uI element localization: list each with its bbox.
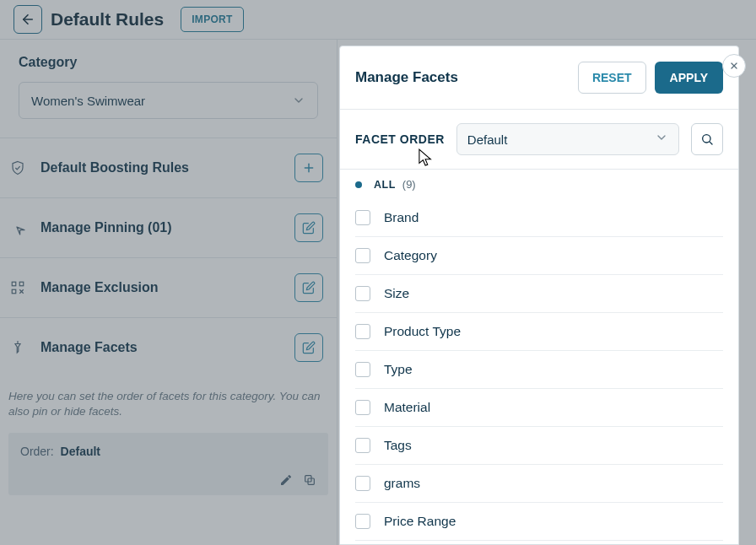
facet-order-row: FACET ORDER Default <box>340 110 738 170</box>
facet-name: Tags <box>384 438 412 453</box>
facet-checkbox[interactable] <box>355 362 370 377</box>
facet-name: Price Range <box>384 514 456 529</box>
close-icon <box>729 61 739 71</box>
facet-item[interactable]: Size <box>355 275 723 313</box>
facet-name: Product Type <box>384 324 461 339</box>
facet-name: Type <box>384 362 413 377</box>
facet-item[interactable]: Tags <box>355 427 723 465</box>
all-label: ALL <box>374 179 396 191</box>
facet-order-value: Default <box>467 132 508 147</box>
facet-name: Material <box>384 400 430 415</box>
facet-checkbox[interactable] <box>355 210 370 225</box>
facet-item[interactable]: Price Range <box>355 503 723 541</box>
apply-button[interactable]: APPLY <box>655 62 723 94</box>
all-row[interactable]: ALL (9) <box>340 170 738 199</box>
panel-title: Manage Facets <box>355 69 458 86</box>
panel-header: Manage Facets RESET APPLY <box>340 46 738 110</box>
search-button[interactable] <box>691 123 723 155</box>
facet-checkbox[interactable] <box>355 476 370 491</box>
facet-item[interactable]: grams <box>355 465 723 503</box>
facet-name: Brand <box>384 210 418 225</box>
facet-list: BrandCategorySizeProduct TypeTypeMateria… <box>340 199 738 541</box>
facet-item[interactable]: Brand <box>355 199 723 237</box>
svg-line-13 <box>710 142 712 144</box>
facet-checkbox[interactable] <box>355 248 370 263</box>
facet-item[interactable]: Product Type <box>355 313 723 351</box>
facet-item[interactable]: Category <box>355 237 723 275</box>
svg-point-12 <box>703 135 710 143</box>
all-count: (9) <box>402 178 416 191</box>
reset-button[interactable]: RESET <box>578 62 646 94</box>
facet-name: Category <box>384 248 437 263</box>
facet-item[interactable]: Material <box>355 389 723 427</box>
facet-checkbox[interactable] <box>355 400 370 415</box>
manage-facets-panel: Manage Facets RESET APPLY FACET ORDER De… <box>339 46 739 545</box>
facet-order-select[interactable]: Default <box>456 123 679 155</box>
close-panel-button[interactable] <box>722 54 746 78</box>
active-dot-icon <box>355 181 362 188</box>
facet-name: grams <box>384 476 420 491</box>
facet-checkbox[interactable] <box>355 324 370 339</box>
facet-name: Size <box>384 286 409 301</box>
facet-checkbox[interactable] <box>355 286 370 301</box>
chevron-down-icon <box>655 131 668 148</box>
facet-checkbox[interactable] <box>355 514 370 529</box>
facet-item[interactable]: Type <box>355 351 723 389</box>
facet-order-label: FACET ORDER <box>355 132 445 146</box>
facet-checkbox[interactable] <box>355 438 370 453</box>
search-icon <box>700 132 714 146</box>
